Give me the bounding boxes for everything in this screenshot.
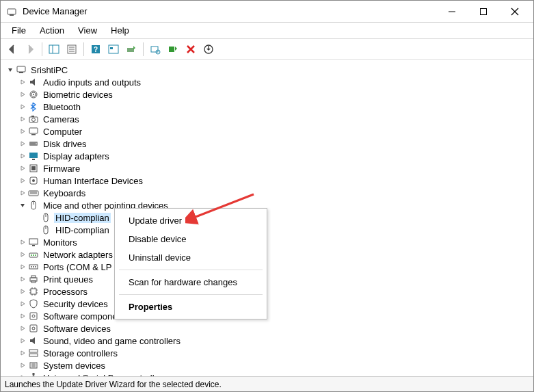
- chevron-right-icon[interactable]: [18, 164, 27, 172]
- add-legacy-hardware-button[interactable]: [165, 42, 181, 57]
- chevron-right-icon[interactable]: [18, 263, 27, 271]
- svg-rect-29: [29, 128, 38, 133]
- tree-node-label[interactable]: Storage controllers: [42, 348, 119, 358]
- app-icon: [6, 6, 17, 17]
- keyboard-icon: [28, 187, 39, 198]
- svg-rect-0: [8, 9, 16, 14]
- chevron-right-icon[interactable]: [18, 152, 27, 160]
- help-button[interactable]: ?: [88, 42, 103, 57]
- tree-node-label[interactable]: Audio inputs and outputs: [42, 77, 142, 88]
- tree-node-label[interactable]: Firmware: [42, 164, 81, 174]
- svg-rect-61: [31, 289, 36, 294]
- tree-node-label[interactable]: Universal Serial Bus controllers: [42, 373, 168, 377]
- chevron-right-icon[interactable]: [18, 189, 27, 197]
- tree-node-label[interactable]: System devices: [42, 361, 107, 371]
- tree-node-label[interactable]: Security devices: [42, 299, 109, 309]
- chevron-right-icon[interactable]: [18, 312, 27, 320]
- minimize-button[interactable]: [436, 1, 468, 23]
- svg-rect-74: [29, 350, 38, 352]
- action-button[interactable]: [106, 42, 121, 57]
- svg-rect-6: [49, 45, 59, 53]
- chevron-right-icon[interactable]: [18, 78, 27, 86]
- tree-node-label[interactable]: Software devices: [42, 324, 112, 334]
- tree-node-label[interactable]: Bluetooth: [42, 102, 82, 112]
- svg-rect-1: [10, 14, 14, 16]
- chevron-right-icon[interactable]: [18, 361, 27, 369]
- chevron-right-icon[interactable]: [18, 275, 27, 283]
- svg-point-53: [35, 254, 36, 256]
- menu-help[interactable]: Help: [104, 24, 136, 37]
- disable-device-button[interactable]: [201, 42, 216, 57]
- tree-node-label[interactable]: Print queues: [42, 274, 94, 285]
- chevron-right-icon[interactable]: [18, 324, 27, 332]
- software-icon: [28, 311, 39, 322]
- uninstall-device-button[interactable]: [183, 42, 198, 57]
- software-icon: [28, 323, 39, 334]
- svg-rect-81: [33, 373, 35, 375]
- svg-point-52: [33, 254, 34, 256]
- context-menu-item[interactable]: Disable device: [115, 230, 267, 248]
- firmware-icon: [28, 163, 39, 174]
- svg-point-71: [32, 315, 35, 317]
- scan-hardware-button[interactable]: [148, 42, 163, 57]
- svg-rect-75: [29, 354, 38, 356]
- chevron-right-icon[interactable]: [18, 238, 27, 246]
- tree-node-label[interactable]: Network adapters: [42, 250, 114, 260]
- chevron-right-icon[interactable]: [18, 127, 27, 135]
- tree-node-label[interactable]: Sound, video and game controllers: [42, 336, 182, 346]
- tree-node-label[interactable]: Keyboards: [42, 188, 87, 198]
- forward-button[interactable]: [23, 42, 38, 57]
- chevron-down-icon[interactable]: [18, 201, 27, 209]
- tree-node-label[interactable]: Ports (COM & LP: [42, 262, 113, 272]
- tree-node-label[interactable]: Display adapters: [42, 151, 111, 161]
- window-title: Device Manager: [23, 6, 88, 16]
- svg-rect-17: [151, 47, 158, 52]
- tree-node-label[interactable]: Processors: [42, 287, 89, 297]
- mouse-icon: [40, 212, 51, 223]
- chevron-down-icon[interactable]: [6, 66, 14, 74]
- context-menu-separator: [119, 270, 263, 270]
- close-button[interactable]: [499, 1, 531, 23]
- device-tree[interactable]: SrishtiPCAudio inputs and outputsBiometr…: [1, 60, 533, 376]
- cpu-icon: [28, 286, 39, 297]
- chevron-right-icon[interactable]: [18, 103, 27, 111]
- menu-action[interactable]: Action: [33, 24, 71, 37]
- svg-rect-28: [31, 116, 34, 117]
- tree-leaf-label[interactable]: HID-complian: [54, 213, 111, 223]
- chevron-right-icon[interactable]: [18, 90, 27, 99]
- menu-file[interactable]: File: [5, 24, 33, 37]
- root-node-label[interactable]: SrishtiPC: [29, 65, 69, 75]
- chevron-right-icon[interactable]: [18, 287, 27, 296]
- chevron-right-icon[interactable]: [18, 250, 27, 259]
- context-menu-item[interactable]: Uninstall device: [115, 248, 267, 267]
- tree-node-label[interactable]: Cameras: [42, 114, 81, 125]
- svg-rect-30: [31, 134, 36, 135]
- mouse-icon: [40, 224, 51, 235]
- chevron-right-icon[interactable]: [18, 300, 27, 308]
- tree-node-label[interactable]: Human Interface Devices: [42, 176, 144, 186]
- back-button[interactable]: [5, 42, 20, 57]
- chevron-right-icon[interactable]: [18, 374, 27, 376]
- update-driver-button[interactable]: [124, 42, 139, 57]
- tree-node-label[interactable]: Monitors: [42, 237, 79, 248]
- chevron-right-icon[interactable]: [18, 349, 27, 357]
- security-icon: [28, 298, 39, 309]
- chevron-right-icon[interactable]: [18, 177, 27, 185]
- tree-leaf-label[interactable]: HID-complian: [54, 225, 111, 235]
- tree-node-label[interactable]: Disk drives: [42, 139, 88, 149]
- properties-button[interactable]: [64, 42, 79, 57]
- mouse-icon: [28, 200, 39, 211]
- context-menu-item[interactable]: Scan for hardware changes: [115, 273, 267, 291]
- chevron-right-icon[interactable]: [18, 115, 27, 123]
- chevron-right-icon[interactable]: [18, 337, 27, 345]
- svg-point-56: [33, 266, 34, 267]
- show-hide-console-tree-button[interactable]: [46, 42, 62, 57]
- tree-node-label[interactable]: Computer: [42, 127, 83, 137]
- context-menu-item[interactable]: Update driver: [115, 211, 267, 230]
- menu-view[interactable]: View: [71, 24, 104, 37]
- tree-node-label[interactable]: Biometric devices: [42, 90, 114, 100]
- context-menu-item[interactable]: Properties: [115, 298, 267, 316]
- chevron-right-icon[interactable]: [18, 140, 27, 148]
- maximize-button[interactable]: [468, 1, 499, 23]
- svg-rect-34: [32, 159, 35, 160]
